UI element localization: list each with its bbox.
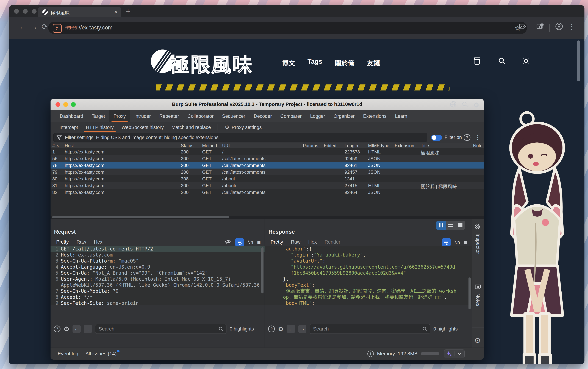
column-header-title[interactable]: Title <box>419 143 471 148</box>
window-close-button[interactable] <box>14 9 19 14</box>
table-row[interactable]: 80https://ex-tasty.com308GET/about1341 <box>50 175 484 182</box>
burp-menu-tab-collaborator[interactable]: Collaborator <box>183 110 218 123</box>
word-wrap-toggle-icon[interactable] <box>235 238 244 246</box>
column-header-note[interactable]: Note <box>471 143 484 148</box>
column-header-extension[interactable]: Extension <box>393 143 419 148</box>
search-icon[interactable] <box>497 56 507 66</box>
extensions-icon[interactable] <box>518 22 526 31</box>
profile-icon[interactable] <box>555 22 563 31</box>
filter-kebab-icon[interactable]: ⋮ <box>475 134 481 141</box>
column-header-host[interactable]: Host <box>63 143 179 148</box>
sidebar-tab-inspector[interactable]: Inspector <box>472 223 484 254</box>
browser-tab[interactable]: 極限風味 × <box>38 7 121 17</box>
request-editor[interactable]: 1GET /call/latest-comments HTTP/22Host: … <box>50 246 265 305</box>
burp-menu-tab-repeater[interactable]: Repeater <box>155 110 183 123</box>
response-editor[interactable]: "author":{"login":"Yamabuki-bakery","ava… <box>265 246 472 305</box>
site-nav-item[interactable]: Tags <box>308 58 322 67</box>
sidebar-settings-gear-icon[interactable]: ⚙ <box>474 336 481 345</box>
filter-settings-bar[interactable]: Filter settings: Hiding CSS and image co… <box>53 133 427 142</box>
show-nonprintable-icon[interactable]: \n <box>248 240 253 245</box>
column-header-length[interactable]: Length <box>343 143 366 148</box>
request-settings-gear-icon[interactable]: ⚙ <box>64 325 69 333</box>
burp-subtab-websockets-history[interactable]: WebSockets history <box>118 123 168 132</box>
ai-sparkle-icon[interactable] <box>444 351 454 357</box>
column-header-status-[interactable]: Status... <box>179 143 200 148</box>
table-row[interactable]: 79https://ex-tasty.com200GET/call/latest… <box>50 169 484 175</box>
window-zoom-button[interactable] <box>32 9 37 14</box>
column-header-url[interactable]: URL <box>220 143 301 148</box>
resp-tab-hex[interactable]: Hex <box>305 238 320 246</box>
burp-menu-tab-comparer[interactable]: Comparer <box>276 110 306 123</box>
browser-menu-kebab-icon[interactable]: ⋮ <box>568 22 575 31</box>
table-horizontal-scrollbar[interactable] <box>50 216 484 219</box>
burp-menu-tab-logger[interactable]: Logger <box>306 110 329 123</box>
ai-split-button[interactable] <box>444 349 465 358</box>
response-help-icon[interactable]: ? <box>268 326 275 332</box>
history-table-header[interactable]: # ∧HostStatus...MethodURLParamsEditedLen… <box>50 143 484 148</box>
search-prev-button[interactable]: ← <box>287 325 295 333</box>
reload-icon[interactable]: ⟳ <box>41 23 48 31</box>
filter-help-icon[interactable]: ? <box>464 134 470 141</box>
burp-menu-tab-target[interactable]: Target <box>87 110 109 123</box>
layout-rows-button[interactable] <box>446 221 455 230</box>
url-bar[interactable]: https://ex-tasty.com ☆ <box>48 22 527 34</box>
site-nav-item[interactable]: 友鏈 <box>367 58 380 67</box>
back-icon[interactable]: ← <box>19 23 26 31</box>
tab-search-icon[interactable] <box>536 22 544 31</box>
req-tab-pretty[interactable]: Pretty <box>53 238 72 246</box>
info-icon[interactable]: i <box>368 350 374 357</box>
show-nonprintable-icon[interactable]: \n <box>455 240 460 245</box>
column-header-method[interactable]: Method <box>200 143 220 148</box>
burp-subtab-intercept[interactable]: Intercept <box>56 123 82 132</box>
table-row[interactable]: 81https://ex-tasty.com200GET/about/27415… <box>50 182 484 189</box>
insecure-warning-icon[interactable] <box>53 24 62 33</box>
burp-menu-tab-sequencer[interactable]: Sequencer <box>218 110 249 123</box>
table-scrollbar-thumb[interactable] <box>52 216 229 218</box>
sidebar-tab-notes[interactable]: Notes <box>472 284 484 306</box>
burp-menu-tab-learn[interactable]: Learn <box>391 110 412 123</box>
column-header-edited[interactable]: Edited <box>322 143 343 148</box>
burp-menu-tab-extensions[interactable]: Extensions <box>359 110 391 123</box>
table-row[interactable]: 82https://ex-tasty.com200GET/call/latest… <box>50 189 484 195</box>
forward-icon[interactable]: → <box>30 23 38 31</box>
burp-subtab-proxy-settings[interactable]: ⚙Proxy settings <box>221 123 265 132</box>
column-header-mime-type[interactable]: MIME type <box>366 143 393 148</box>
burp-search-icon[interactable] <box>461 101 468 109</box>
layout-columns-button[interactable] <box>436 221 446 230</box>
burp-subtab-match-and-replace[interactable]: Match and replace <box>168 123 215 132</box>
table-row[interactable]: 56https://ex-tasty.com200GET/call/latest… <box>50 155 484 162</box>
resp-tab-raw[interactable]: Raw <box>288 238 304 246</box>
request-menu-icon[interactable]: ≡ <box>257 239 261 246</box>
response-scrollbar-thumb[interactable] <box>468 277 471 309</box>
column-header-index[interactable]: # ∧ <box>50 143 63 148</box>
search-prev-button[interactable]: ← <box>72 325 81 333</box>
burp-subtab-http-history[interactable]: HTTP history <box>82 123 118 132</box>
request-search-input[interactable]: Search <box>95 324 226 334</box>
table-row[interactable]: 1https://ex-tasty.com200GET/223578HTML極限… <box>50 148 484 155</box>
burp-menu-tab-organizer[interactable]: Organizer <box>329 110 359 123</box>
response-settings-gear-icon[interactable]: ⚙ <box>278 325 284 333</box>
layout-single-button[interactable] <box>455 221 465 230</box>
request-scrollbar-thumb[interactable] <box>261 247 263 293</box>
window-minimize-button[interactable] <box>23 9 28 14</box>
page-scrollbar-thumb[interactable] <box>577 41 580 81</box>
burp-menu-tab-proxy[interactable]: Proxy <box>109 110 130 123</box>
burp-menu-tab-dashboard[interactable]: Dashboard <box>56 110 87 123</box>
tab-close-icon[interactable]: × <box>114 9 118 15</box>
search-next-button[interactable]: → <box>298 325 306 333</box>
search-next-button[interactable]: → <box>84 325 92 333</box>
filter-toggle[interactable] <box>431 135 442 141</box>
word-wrap-toggle-icon[interactable] <box>442 238 451 246</box>
archive-icon[interactable] <box>473 56 482 66</box>
burp-menu-tab-intruder[interactable]: Intruder <box>130 110 155 123</box>
req-tab-raw[interactable]: Raw <box>73 238 89 246</box>
column-header-params[interactable]: Params <box>301 143 322 148</box>
req-tab-hex[interactable]: Hex <box>91 238 106 246</box>
response-menu-icon[interactable]: ≡ <box>464 239 468 246</box>
collaborator-globe-icon[interactable] <box>450 101 457 109</box>
resp-tab-render[interactable]: Render <box>321 238 344 246</box>
ai-chevron-down-icon[interactable] <box>455 351 464 356</box>
table-row[interactable]: 78https://ex-tasty.com200GET/call/latest… <box>50 162 484 169</box>
request-help-icon[interactable]: ? <box>54 326 60 332</box>
burp-menu-tab-decoder[interactable]: Decoder <box>249 110 276 123</box>
